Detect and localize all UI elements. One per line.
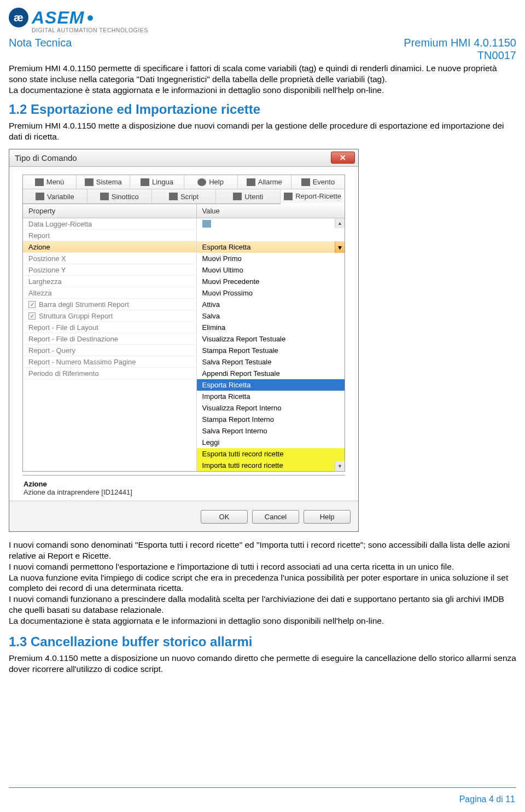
datalogger-icon [202, 220, 211, 228]
tab-variabile[interactable]: Variabile [23, 189, 88, 204]
property-label: Data Logger-Ricetta [28, 219, 92, 229]
logo-dot-icon [88, 15, 93, 21]
property-row[interactable]: Larghezza [23, 276, 196, 287]
checkbox[interactable]: ✓ [28, 312, 36, 320]
property-row[interactable]: Azione [23, 241, 196, 253]
section-heading-1-3: 1.3 Cancellazione buffer storico allarmi [9, 634, 516, 649]
dropdown-option[interactable]: Esporta tutti record ricette [197, 448, 345, 460]
property-row[interactable]: Report - Query [23, 345, 196, 356]
dropdown-arrow-icon[interactable]: ▾ [335, 241, 345, 253]
paragraph: I nuovi comandi sono denominati "Esporta… [9, 540, 516, 627]
property-row[interactable]: ✓Barra degli Strumenti Report [23, 299, 196, 310]
dropdown-option[interactable]: Importa Ricetta [197, 391, 345, 402]
property-row[interactable]: Report [23, 230, 196, 241]
menu-icon [35, 178, 44, 186]
dropdown-option[interactable]: Salva Report Interno [197, 425, 345, 437]
scroll-down-button[interactable]: ▼ [335, 461, 345, 471]
property-label: Struttura Gruppi Report [39, 311, 113, 321]
dropdown-option[interactable]: Visualizza Report Interno [197, 402, 345, 414]
tab-menu[interactable]: Menù [23, 175, 77, 189]
script-icon [169, 193, 178, 200]
page-number: Pagina 4 di 11 [459, 794, 515, 804]
property-label: Report - File di Destinazione [28, 334, 118, 344]
checkbox[interactable]: ✓ [28, 301, 36, 308]
property-row[interactable]: Report - File di Layout [23, 322, 196, 333]
property-row[interactable]: Periodo di Riferimento [23, 368, 196, 379]
tab-allarme[interactable]: Allarme [238, 175, 291, 189]
property-row[interactable]: Posizione X [23, 253, 196, 264]
property-label: Altezza [28, 288, 52, 298]
property-row[interactable]: Altezza [23, 287, 196, 299]
dropdown-option[interactable]: Appendi Report Testuale [197, 368, 345, 379]
property-row[interactable]: Report - File di Destinazione [23, 333, 196, 345]
value-row[interactable] [197, 218, 345, 230]
tab-report-ricette[interactable]: Report-Ricette [281, 189, 345, 204]
help-icon [197, 178, 206, 186]
dropdown-option[interactable]: Muovi Ultimo [197, 264, 345, 276]
doc-code: TN0017 [404, 49, 516, 62]
variable-icon [36, 193, 44, 200]
property-label: Report - Numero Massimo Pagine [28, 357, 136, 367]
property-row[interactable]: Posizione Y [23, 264, 196, 276]
property-label: Posizione Y [28, 265, 66, 275]
ok-button[interactable]: OK [201, 510, 248, 524]
info-title: Azione [24, 480, 344, 488]
tab-help[interactable]: Help [184, 175, 238, 189]
dropdown-option[interactable]: Stampa Report Interno [197, 414, 345, 425]
paragraph: Premium HMI 4.0.1150 permette di specifi… [9, 63, 516, 95]
tab-script[interactable]: Script [152, 189, 217, 204]
property-label: Report [28, 231, 50, 240]
tab-lingua[interactable]: Lingua [130, 175, 184, 189]
dropdown-option[interactable]: Leggi [197, 437, 345, 448]
close-icon: ✕ [340, 153, 346, 162]
property-label: Posizione X [28, 254, 66, 263]
language-icon [141, 178, 149, 186]
dropdown-option[interactable]: Salva [197, 310, 345, 322]
tab-utenti[interactable]: Utenti [216, 189, 281, 204]
cancel-button[interactable]: Cancel [252, 510, 299, 524]
property-row[interactable]: Data Logger-Ricetta [23, 218, 196, 230]
tab-sinottico[interactable]: Sinottico [88, 189, 152, 204]
logo-name: ASEM [32, 8, 148, 28]
property-label: Larghezza [28, 277, 62, 286]
property-label: Azione [28, 242, 50, 252]
command-type-dialog: Tipo di Comando ✕ Menù Sistema Lingua He… [9, 149, 359, 532]
report-icon [284, 193, 293, 200]
property-label: Report - File di Layout [28, 323, 98, 332]
close-button[interactable]: ✕ [331, 152, 355, 164]
dropdown-option[interactable]: Attiva [197, 299, 345, 310]
property-row[interactable]: Report - Numero Massimo Pagine [23, 356, 196, 368]
system-icon [85, 178, 94, 186]
doc-version: Premium HMI 4.0.1150 [404, 37, 516, 49]
footer-rule [9, 787, 516, 788]
property-row[interactable]: ✓Struttura Gruppi Report [23, 310, 196, 322]
help-button[interactable]: Help [304, 510, 351, 524]
section-heading-1-2: 1.2 Esportazione ed Importazione ricette [9, 102, 516, 117]
dropdown-option[interactable]: Muovi Precedente [197, 276, 345, 287]
scroll-up-button[interactable]: ▲ [335, 218, 345, 228]
property-grid: Property Value Data Logger-RicettaReport… [22, 204, 345, 472]
event-icon [301, 178, 310, 186]
property-label: Report - Query [28, 346, 75, 355]
azione-value[interactable]: Esporta Ricetta [197, 241, 345, 253]
alarm-icon [247, 178, 255, 186]
dropdown-option[interactable]: Elimina [197, 322, 345, 333]
dropdown-option[interactable]: Esporta Ricetta [197, 379, 345, 391]
column-property: Property [23, 204, 197, 218]
dropdown-option[interactable]: Salva Report Testuale [197, 356, 345, 368]
value-row[interactable] [197, 230, 345, 241]
logo-tagline: DIGITAL AUTOMATION TECHNOLOGIES [32, 27, 148, 33]
paragraph: Premium 4.0.1150 mette a disposizione un… [9, 653, 516, 675]
dropdown-option[interactable]: Importa tutti record ricette [197, 460, 345, 471]
dropdown-option[interactable]: Stampa Report Testuale [197, 345, 345, 356]
tab-sistema[interactable]: Sistema [77, 175, 130, 189]
tab-evento[interactable]: Evento [291, 175, 345, 189]
paragraph: Premium HMI 4.0.1150 mette a disposizion… [9, 120, 516, 142]
dropdown-option[interactable]: Muovi Primo [197, 253, 345, 264]
users-icon [233, 193, 242, 200]
info-desc: Azione da intraprendere [ID12441] [24, 488, 344, 496]
column-value: Value [197, 204, 345, 218]
property-label: Periodo di Riferimento [28, 369, 99, 378]
dropdown-option[interactable]: Muovi Prossimo [197, 287, 345, 299]
dropdown-option[interactable]: Visualizza Report Testuale [197, 333, 345, 345]
